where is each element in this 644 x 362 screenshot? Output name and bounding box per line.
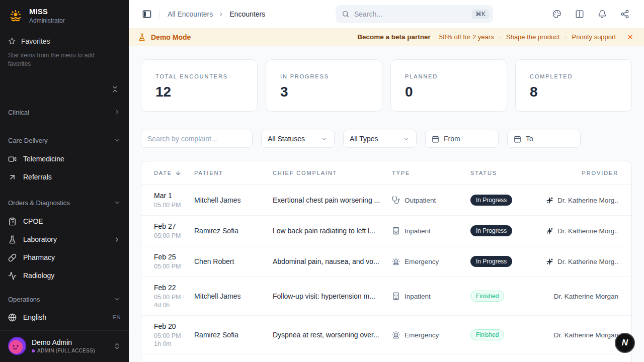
sidebar-section-operations[interactable]: Operations	[0, 294, 129, 304]
sidebar-item-language[interactable]: English EN	[0, 308, 129, 326]
section-label: Operations	[8, 296, 40, 303]
language-label: English	[23, 313, 106, 321]
user-info: Demo Admin ADMIN (FULL ACCESS)	[32, 338, 108, 353]
language-badge: EN	[113, 314, 121, 320]
sidebar-section-orders-diagnostics[interactable]: Orders & Diagnostics	[0, 198, 129, 208]
provider-name: Dr. Katherine Morg...	[557, 258, 618, 265]
section-label: Orders & Diagnostics	[8, 199, 70, 207]
chief-complaint: Abdominal pain, nausea, and vo...	[273, 257, 379, 265]
column-header-patient[interactable]: PATIENT	[194, 170, 273, 176]
encounter-time: 05:00 PM	[154, 201, 193, 209]
encounter-date: Feb 25	[154, 253, 194, 261]
stat-card-completed: COMPLETED 8	[515, 59, 632, 112]
breadcrumb: All Encounters Encounters	[168, 10, 265, 18]
bell-icon[interactable]	[598, 10, 607, 19]
status-badge: Finished	[470, 329, 504, 340]
chief-complaint: Dyspnea at rest, worsening over...	[273, 331, 379, 339]
encounter-type: Emergency	[405, 331, 439, 339]
column-header-provider[interactable]: PROVIDER	[546, 170, 618, 176]
encounter-row[interactable]: Feb 2705:00 PM Ramirez Sofia Low back pa…	[141, 216, 631, 246]
search-shortcut: ⌘K	[472, 9, 489, 19]
stat-value: 0	[405, 84, 493, 100]
stat-card-planned: PLANNED 0	[390, 59, 507, 112]
stat-value: 8	[530, 84, 617, 100]
perk: Shape the product	[506, 33, 559, 41]
sidebar-section-clinical[interactable]: Clinical	[0, 107, 129, 117]
stat-value: 3	[280, 84, 368, 100]
columns-icon[interactable]	[575, 10, 584, 19]
siren-icon	[392, 257, 400, 265]
topbar: All Encounters Encounters ⌘K	[129, 0, 644, 28]
sort-arrow-down-icon	[175, 170, 181, 176]
global-search[interactable]: ⌘K	[336, 5, 493, 23]
chevron-right-icon	[218, 11, 224, 18]
encounter-type: Inpatient	[405, 293, 431, 300]
provider-name: Dr. Katherine Morg...	[557, 197, 618, 204]
sidebar-section-care-delivery[interactable]: Care Delivery	[0, 135, 129, 145]
dev-overlay-button[interactable]: N	[615, 333, 635, 353]
encounter-time: 05:00 PM	[154, 232, 193, 240]
encounters-page: TOTAL ENCOUNTERS 12 IN PROGRESS 3 PLANNE…	[129, 46, 644, 362]
video-icon	[8, 155, 17, 163]
type-filter-select[interactable]: All Types	[343, 130, 417, 148]
encounter-row-partial	[141, 354, 631, 362]
sidebar-item-label: Referrals	[23, 173, 52, 181]
topbar-actions	[552, 10, 629, 19]
app-role: Administrator	[29, 17, 65, 24]
flask-icon	[138, 33, 146, 41]
app-name: MISS	[29, 7, 65, 16]
column-header-date[interactable]: DATE	[154, 170, 194, 176]
collapse-sections-button[interactable]	[111, 85, 119, 93]
encounter-row[interactable]: Feb 2505:00 PM Chen Robert Abdominal pai…	[141, 246, 631, 277]
sidebar-item-laboratory[interactable]: Laboratory	[0, 230, 129, 248]
search-input[interactable]	[354, 10, 467, 18]
encounter-row[interactable]: Feb 2005:00 PM · 1h 0m Ramirez Sofia Dys…	[141, 316, 631, 354]
encounter-row[interactable]: Feb 2205:00 PM · 4d 0h Mitchell James Fo…	[141, 277, 631, 316]
banner-close-button[interactable]	[626, 33, 634, 41]
section-label: Care Delivery	[8, 137, 48, 144]
date-to-picker[interactable]: To	[507, 130, 581, 148]
encounter-type: Emergency	[405, 258, 439, 265]
chevron-right-icon	[113, 236, 121, 243]
stat-value: 12	[155, 84, 243, 100]
sparkles-icon	[546, 197, 553, 204]
status-badge: In Progress	[470, 256, 512, 267]
user-name: Demo Admin	[32, 338, 108, 346]
chief-complaint: Follow-up visit: hypertension m...	[273, 292, 375, 300]
breadcrumb-all-encounters[interactable]: All Encounters	[168, 10, 213, 18]
sidebar: MISS Administrator Favorites Star items …	[0, 0, 129, 362]
complaint-search-input[interactable]	[141, 130, 253, 148]
sidebar-item-cpoe[interactable]: CPOE	[0, 212, 129, 230]
sidebar-toggle-button[interactable]	[142, 9, 152, 19]
encounters-table: DATE PATIENT CHIEF COMPLAINT TYPE STATUS…	[141, 161, 632, 362]
provider-name: Dr. Katherine Morg...	[557, 227, 618, 235]
sidebar-item-referrals[interactable]: Referrals	[0, 168, 129, 186]
share-icon[interactable]	[620, 10, 629, 19]
encounter-type: Inpatient	[405, 227, 431, 235]
sidebar-item-telemedicine[interactable]: Telemedicine	[0, 150, 129, 168]
breadcrumb-encounters: Encounters	[229, 10, 265, 18]
date-from-picker[interactable]: From	[425, 130, 499, 148]
search-icon	[342, 10, 350, 18]
column-header-type[interactable]: TYPE	[392, 170, 470, 176]
status-filter-select[interactable]: All Statuses	[261, 130, 335, 148]
sparkles-icon	[546, 227, 553, 235]
user-menu[interactable]: Demo Admin ADMIN (FULL ACCESS)	[0, 331, 129, 362]
column-header-complaint[interactable]: CHIEF COMPLAINT	[273, 170, 392, 176]
beta-partner-link[interactable]: Become a beta partner	[357, 33, 431, 41]
chief-complaint: Low back pain radiating to left l...	[273, 227, 375, 235]
column-header-status[interactable]: STATUS	[470, 170, 546, 176]
stats-row: TOTAL ENCOUNTERS 12 IN PROGRESS 3 PLANNE…	[141, 59, 632, 112]
perk: 50% off for 2 years	[439, 33, 494, 41]
app-header[interactable]: MISS Administrator	[0, 0, 129, 29]
clipboard-icon	[8, 217, 17, 226]
globe-icon	[8, 313, 17, 322]
sidebar-item-radiology[interactable]: Radiology	[0, 266, 129, 285]
sidebar-item-pharmacy[interactable]: Pharmacy	[0, 248, 129, 266]
demo-mode-label: Demo Mode	[138, 33, 191, 41]
avatar	[8, 337, 26, 355]
encounter-row[interactable]: Mar 105:00 PM Mitchell James Exertional …	[141, 185, 631, 216]
flask-icon	[8, 235, 17, 244]
palette-icon[interactable]	[552, 10, 561, 19]
encounter-date: Feb 27	[154, 222, 194, 230]
